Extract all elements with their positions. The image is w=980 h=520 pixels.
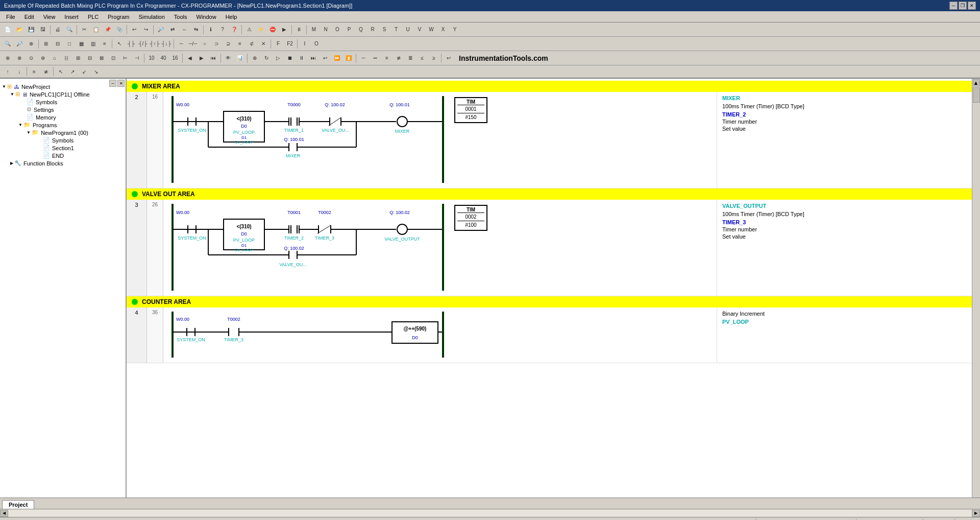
- tb4-4[interactable]: ≢: [40, 66, 52, 77]
- tb2-show4[interactable]: ≡: [99, 38, 110, 50]
- tb3-19[interactable]: ⊕: [249, 53, 260, 64]
- tb-paste[interactable]: 📌: [102, 24, 113, 35]
- diagram-area[interactable]: ▲ MIXER AREA 2 16: [127, 79, 980, 498]
- tb-mode3[interactable]: O: [332, 24, 343, 35]
- tb3-18[interactable]: ⏮: [208, 53, 219, 64]
- tb3-7[interactable]: ⊞: [72, 53, 84, 64]
- scroll-track-h[interactable]: [8, 510, 972, 517]
- tb3-30[interactable]: ≡: [381, 53, 393, 64]
- tb-mode2[interactable]: N: [320, 24, 331, 35]
- tb2-contact-nc[interactable]: ┤/├: [137, 38, 149, 50]
- minimize-button[interactable]: ─: [949, 2, 958, 10]
- tb-print[interactable]: 🖨: [52, 24, 63, 35]
- tree-newproject[interactable]: ▼ ⊞ 🖧 NewProject: [0, 83, 126, 90]
- tb2-zoom-in[interactable]: 🔍: [2, 38, 13, 50]
- tb-ref2[interactable]: ⇆: [190, 24, 202, 35]
- tree-section1[interactable]: 📄 Section1: [0, 144, 126, 152]
- h-scrollbar[interactable]: ◀ ▶: [0, 509, 980, 517]
- tb-new[interactable]: 📄: [2, 24, 13, 35]
- tb3-23[interactable]: ⏸: [296, 53, 307, 64]
- tb-mode1[interactable]: M: [308, 24, 320, 35]
- tb2-show3[interactable]: ▥: [87, 38, 99, 50]
- tb2-wire-o[interactable]: ○: [199, 38, 210, 50]
- tb3-8[interactable]: ⊟: [84, 53, 95, 64]
- menu-edit[interactable]: Edit: [20, 13, 38, 21]
- tb2-wire-h[interactable]: ─: [176, 38, 187, 50]
- tb3-mon2[interactable]: 📊: [234, 53, 246, 64]
- tb3-20[interactable]: ↻: [261, 53, 272, 64]
- tb2-zoom-out[interactable]: 🔎: [14, 38, 25, 50]
- scroll-left[interactable]: ◀: [0, 510, 8, 517]
- tree-newplc1[interactable]: ▼ ⊞ 🖥 NewPLC1[CP1L] Offline: [0, 90, 126, 98]
- tb2-contact4[interactable]: ┤↓├: [161, 38, 172, 50]
- tb2-io2[interactable]: O: [311, 38, 322, 50]
- tb3-22[interactable]: ⏹: [284, 53, 296, 64]
- tb3-32[interactable]: ≣: [405, 53, 416, 64]
- tb-save2[interactable]: 🖫: [37, 24, 48, 35]
- menu-file[interactable]: File: [2, 13, 19, 21]
- tb3-29[interactable]: ═: [370, 53, 381, 64]
- tb-paste2[interactable]: 📎: [114, 24, 125, 35]
- menu-tools[interactable]: Tools: [170, 13, 191, 21]
- tb3-14[interactable]: 40: [158, 53, 169, 64]
- sidebar-close[interactable]: ✕: [117, 80, 125, 87]
- tree-symbols2[interactable]: 📄 Symbols: [0, 136, 126, 144]
- tb3-12[interactable]: ⊣: [131, 53, 142, 64]
- tb3-28[interactable]: ─: [358, 53, 369, 64]
- scroll-thumb[interactable]: [973, 87, 980, 103]
- tb-copy[interactable]: 📋: [90, 24, 102, 35]
- tb4-5[interactable]: ↖: [55, 66, 66, 77]
- sidebar-collapse[interactable]: ─: [109, 80, 116, 87]
- tb-mode12[interactable]: X: [437, 24, 449, 35]
- tb-mode8[interactable]: T: [390, 24, 402, 35]
- tb2-coil2[interactable]: ⊇: [223, 38, 234, 50]
- tb2-wire-nc[interactable]: ─/─: [187, 38, 199, 50]
- tb2-contact-no[interactable]: ┤├: [126, 38, 137, 50]
- tb3-35[interactable]: ↩: [443, 53, 454, 64]
- tb3-6[interactable]: ⌸: [61, 53, 72, 64]
- tb3-25[interactable]: ↩: [320, 53, 331, 64]
- tb-open[interactable]: 📂: [14, 24, 25, 35]
- tb2-show[interactable]: □: [64, 38, 75, 50]
- tb-help[interactable]: ?: [217, 24, 228, 35]
- tb3-13[interactable]: 10: [146, 53, 157, 64]
- tb2-fn2[interactable]: F2: [284, 38, 296, 50]
- tree-memory[interactable]: 📄 Memory: [0, 113, 126, 121]
- tb3-monitor[interactable]: 👁: [223, 53, 234, 64]
- tree-funcblocks[interactable]: ▶ 🔧 Function Blocks: [0, 159, 126, 167]
- restore-button[interactable]: ❐: [959, 2, 967, 10]
- menu-plc[interactable]: PLC: [84, 13, 103, 21]
- scrollbar-v[interactable]: ▲: [972, 79, 980, 498]
- tb3-34[interactable]: ≥: [428, 53, 439, 64]
- tb2-zoom3[interactable]: ⊕: [26, 38, 37, 50]
- tb2-grid[interactable]: ⊞: [40, 38, 52, 50]
- tree-symbols[interactable]: 📄 Symbols: [0, 98, 126, 106]
- tb-mode4[interactable]: P: [344, 24, 355, 35]
- tb2-grid2[interactable]: ⊟: [52, 38, 63, 50]
- tb-undo[interactable]: ↩: [129, 24, 140, 35]
- tb3-5[interactable]: ⌂: [49, 53, 60, 64]
- menu-program[interactable]: Program: [104, 13, 133, 21]
- tb2-sel[interactable]: ↖: [114, 38, 125, 50]
- tb-mode13[interactable]: Y: [449, 24, 460, 35]
- tb3-11[interactable]: ⊢: [119, 53, 131, 64]
- close-button[interactable]: ✕: [968, 2, 976, 10]
- tb4-3[interactable]: ≡: [29, 66, 40, 77]
- tb2-coil4[interactable]: ⊄: [246, 38, 257, 50]
- tb3-16[interactable]: ◀: [184, 53, 195, 64]
- tb-run[interactable]: ▶: [279, 24, 290, 35]
- tb3-26[interactable]: ⏩: [331, 53, 342, 64]
- tb3-9[interactable]: ⊠: [96, 53, 107, 64]
- tb-find[interactable]: 🔎: [155, 24, 166, 35]
- tree-end[interactable]: 📄 END: [0, 152, 126, 159]
- tb-print2[interactable]: 🔍: [64, 24, 75, 35]
- tb-stop[interactable]: ⛔: [267, 24, 278, 35]
- tb-pause[interactable]: ⏸: [293, 24, 305, 35]
- tb-info[interactable]: ℹ: [205, 24, 216, 35]
- tb2-contact3[interactable]: ┤↑├: [149, 38, 160, 50]
- tree-settings[interactable]: ⚙ Settings: [0, 106, 126, 113]
- tb3-3[interactable]: ⊙: [26, 53, 37, 64]
- tb4-1[interactable]: ↑: [2, 66, 13, 77]
- scroll-up[interactable]: ▲: [973, 79, 980, 86]
- tb2-coil3[interactable]: ≡: [234, 38, 246, 50]
